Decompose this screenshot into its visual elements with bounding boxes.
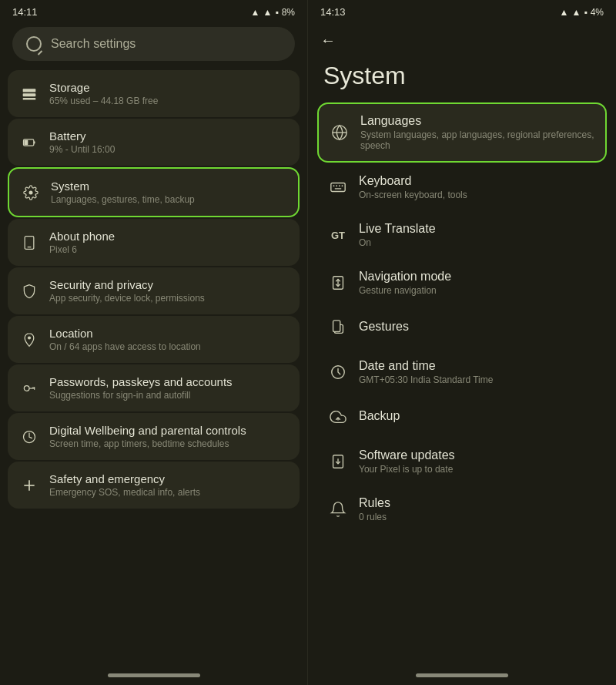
right-signal-icon: ▲: [560, 7, 569, 18]
passwords-text: Passwords, passkeys and accounts Suggest…: [49, 375, 233, 401]
system-page-title: System: [308, 55, 616, 102]
wifi-icon: ▲: [263, 7, 273, 18]
svg-rect-8: [28, 247, 32, 247]
right-panel: 14:13 ▲ ▲ ▪ 4% ← System Languages System…: [308, 0, 616, 685]
system-title: System: [51, 180, 195, 193]
datetime-icon: [328, 362, 348, 382]
live-translate-text: Live Translate On: [359, 222, 436, 248]
settings-item-location[interactable]: Location On / 64 apps have access to loc…: [8, 316, 300, 363]
svg-point-6: [29, 190, 33, 194]
system-subtitle: Languages, gestures, time, backup: [51, 194, 195, 205]
svg-rect-4: [34, 141, 35, 143]
location-text: Location On / 64 apps have access to loc…: [49, 327, 201, 352]
left-status-bar: 14:11 ▲ ▲ ▪ 8%: [0, 0, 307, 21]
backup-title: Backup: [359, 409, 400, 423]
system-items-list: Languages System languages, app language…: [308, 102, 616, 532]
software-icon: [328, 452, 348, 472]
storage-subtitle: 65% used – 44.18 GB free: [49, 96, 158, 106]
rules-text: Rules 0 rules: [359, 496, 390, 522]
rules-icon: [328, 499, 348, 519]
navigation-subtitle: Gesture navigation: [359, 285, 451, 296]
svg-rect-27: [333, 321, 340, 332]
settings-item-safety[interactable]: Safety and emergency Emergency SOS, medi…: [8, 462, 300, 509]
backup-text: Backup: [359, 409, 400, 425]
live-translate-subtitle: On: [359, 237, 436, 248]
system-item-backup[interactable]: Backup: [317, 397, 607, 437]
search-icon: [26, 36, 42, 52]
system-item-keyboard[interactable]: Keyboard On-screen keyboard, tools: [317, 164, 607, 210]
settings-item-wellbeing[interactable]: Digital Wellbeing and parental controls …: [8, 413, 300, 460]
wellbeing-icon: [20, 428, 38, 446]
system-item-languages[interactable]: Languages System languages, app language…: [317, 102, 607, 163]
languages-text: Languages System languages, app language…: [360, 114, 594, 151]
battery-item-icon: [20, 133, 38, 152]
location-title: Location: [49, 327, 201, 340]
navigation-title: Navigation mode: [359, 270, 451, 284]
left-status-icons: ▲ ▲ ▪ 8%: [251, 7, 295, 18]
settings-item-security[interactable]: Security and privacy App security, devic…: [8, 267, 300, 314]
live-translate-icon: GT: [328, 225, 348, 245]
svg-rect-0: [23, 89, 36, 92]
settings-item-storage[interactable]: Storage 65% used – 44.18 GB free: [8, 70, 300, 117]
gestures-text: Gestures: [359, 320, 409, 335]
passwords-subtitle: Suggestions for sign-in and autofill: [49, 390, 233, 401]
system-text: System Languages, gestures, time, backup: [51, 180, 195, 205]
svg-point-10: [24, 385, 29, 391]
back-button[interactable]: ←: [320, 29, 342, 52]
left-battery-pct: 8%: [282, 7, 295, 18]
search-bar[interactable]: Search settings: [12, 27, 295, 61]
software-subtitle: Your Pixel is up to date: [359, 464, 455, 475]
navigation-icon: [328, 273, 348, 293]
passwords-icon: [20, 379, 38, 398]
settings-item-battery[interactable]: Battery 9% - Until 16:00: [8, 119, 300, 166]
software-text: Software updates Your Pixel is up to dat…: [359, 448, 455, 475]
wellbeing-text: Digital Wellbeing and parental controls …: [49, 424, 246, 449]
security-subtitle: App security, device lock, permissions: [49, 293, 205, 304]
system-item-datetime[interactable]: Date and time GMT+05:30 India Standard T…: [317, 349, 607, 395]
live-translate-title: Live Translate: [359, 222, 436, 236]
right-nav-pill: [416, 673, 508, 677]
passwords-title: Passwords, passkeys and accounts: [49, 375, 233, 388]
safety-text: Safety and emergency Emergency SOS, medi…: [49, 472, 200, 498]
svg-point-9: [28, 336, 31, 339]
gestures-title: Gestures: [359, 320, 409, 334]
languages-subtitle: System languages, app languages, regiona…: [360, 129, 594, 151]
settings-list: Storage 65% used – 44.18 GB free Battery…: [0, 70, 307, 509]
left-bottom-bar: [0, 666, 307, 685]
about-text: About phone Pixel 6: [49, 230, 115, 255]
safety-icon: [20, 476, 38, 495]
languages-icon: [330, 123, 350, 143]
system-item-live-translate[interactable]: GT Live Translate On: [317, 212, 607, 258]
right-time: 14:13: [320, 6, 346, 18]
battery-text: Battery 9% - Until 16:00: [49, 129, 115, 155]
battery-title: Battery: [49, 129, 115, 143]
navigation-text: Navigation mode Gesture navigation: [359, 270, 451, 296]
settings-item-passwords[interactable]: Passwords, passkeys and accounts Suggest…: [8, 364, 300, 411]
keyboard-text: Keyboard On-screen keyboard, tools: [359, 174, 467, 200]
datetime-text: Date and time GMT+05:30 India Standard T…: [359, 359, 493, 385]
languages-title: Languages: [360, 114, 594, 128]
security-text: Security and privacy App security, devic…: [49, 278, 205, 304]
svg-rect-5: [24, 139, 28, 145]
system-icon: [22, 183, 40, 202]
rules-subtitle: 0 rules: [359, 512, 390, 522]
settings-item-system[interactable]: System Languages, gestures, time, backup: [8, 167, 300, 217]
about-title: About phone: [49, 230, 115, 243]
system-item-software[interactable]: Software updates Your Pixel is up to dat…: [317, 438, 607, 485]
right-bottom-bar: [308, 666, 616, 685]
settings-item-about[interactable]: About phone Pixel 6: [8, 219, 300, 266]
storage-text: Storage 65% used – 44.18 GB free: [49, 81, 158, 106]
left-nav-pill: [108, 673, 200, 677]
keyboard-icon: [328, 177, 348, 197]
battery-icon: ▪: [275, 7, 278, 18]
search-placeholder: Search settings: [51, 37, 136, 51]
system-item-navigation[interactable]: Navigation mode Gesture navigation: [317, 260, 607, 306]
right-wifi-icon: ▲: [572, 7, 581, 18]
location-subtitle: On / 64 apps have access to location: [49, 341, 201, 352]
location-icon: [20, 331, 38, 349]
system-item-rules[interactable]: Rules 0 rules: [317, 486, 607, 532]
system-item-gestures[interactable]: Gestures: [317, 307, 607, 348]
about-icon: [20, 233, 38, 252]
battery-subtitle: 9% - Until 16:00: [49, 144, 115, 155]
keyboard-subtitle: On-screen keyboard, tools: [359, 190, 467, 200]
